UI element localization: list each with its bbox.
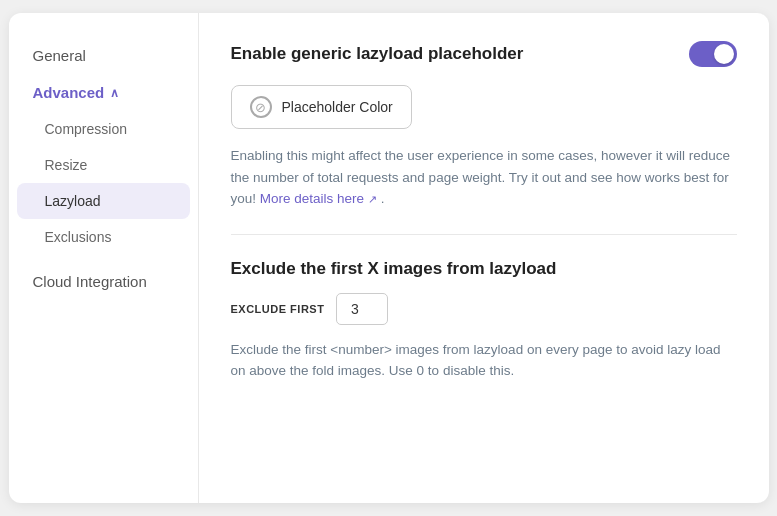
lazyload-toggle[interactable] bbox=[689, 41, 737, 67]
sidebar-item-exclusions[interactable]: Exclusions bbox=[9, 219, 198, 255]
sidebar-item-compression-label: Compression bbox=[45, 121, 127, 137]
sidebar-item-cloud-label: Cloud Integration bbox=[33, 273, 147, 290]
exclude-first-label: EXCLUDE FIRST bbox=[231, 303, 325, 315]
section1-description: Enabling this might affect the user expe… bbox=[231, 145, 737, 210]
sidebar-item-compression[interactable]: Compression bbox=[9, 111, 198, 147]
chevron-up-icon: ∧ bbox=[110, 86, 119, 100]
placeholder-circle-icon: ⊘ bbox=[250, 96, 272, 118]
sidebar: General Advanced ∧ Compression Resize La… bbox=[9, 13, 199, 503]
sidebar-item-lazyload[interactable]: Lazyload bbox=[17, 183, 190, 219]
main-content: Enable generic lazyload placeholder ⊘ Pl… bbox=[199, 13, 769, 503]
sidebar-item-general-label: General bbox=[33, 47, 86, 64]
toggle-knob bbox=[714, 44, 734, 64]
sidebar-item-advanced[interactable]: Advanced ∧ bbox=[9, 74, 198, 111]
sidebar-item-cloud-integration[interactable]: Cloud Integration bbox=[9, 263, 198, 300]
external-link-icon: ↗ bbox=[368, 193, 377, 205]
exclude-first-input[interactable] bbox=[336, 293, 388, 325]
sidebar-item-resize[interactable]: Resize bbox=[9, 147, 198, 183]
section1-header: Enable generic lazyload placeholder bbox=[231, 41, 737, 67]
settings-card: General Advanced ∧ Compression Resize La… bbox=[9, 13, 769, 503]
placeholder-color-button[interactable]: ⊘ Placeholder Color bbox=[231, 85, 412, 129]
exclude-row: EXCLUDE FIRST bbox=[231, 293, 737, 325]
section2-description: Exclude the first <number> images from l… bbox=[231, 339, 737, 382]
sidebar-item-exclusions-label: Exclusions bbox=[45, 229, 112, 245]
sidebar-item-lazyload-label: Lazyload bbox=[45, 193, 101, 209]
placeholder-btn-label: Placeholder Color bbox=[282, 99, 393, 115]
section-divider bbox=[231, 234, 737, 235]
more-details-link[interactable]: More details here ↗ bbox=[260, 191, 381, 206]
section2-title: Exclude the first X images from lazyload bbox=[231, 259, 737, 279]
sidebar-item-resize-label: Resize bbox=[45, 157, 88, 173]
section1-title: Enable generic lazyload placeholder bbox=[231, 44, 524, 64]
sidebar-item-general[interactable]: General bbox=[9, 37, 198, 74]
sidebar-item-advanced-label: Advanced bbox=[33, 84, 105, 101]
